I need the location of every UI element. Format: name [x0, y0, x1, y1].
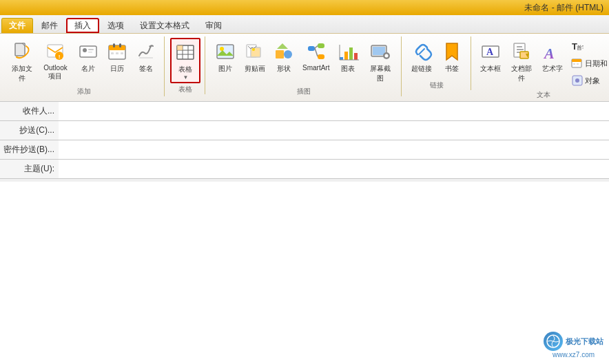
table-button[interactable]: 表格 ▼: [170, 38, 200, 83]
textbox-icon: A: [479, 41, 502, 63]
svg-rect-49: [517, 46, 522, 47]
tab-options[interactable]: 选项: [100, 18, 132, 33]
tab-insert-label: 插入: [74, 20, 91, 32]
field-label-subject[interactable]: 主题(U):: [0, 163, 59, 175]
screenshot-icon: [369, 41, 391, 63]
signature-button[interactable]: 签名: [132, 38, 160, 76]
firstline-button[interactable]: T 首字下: [568, 38, 609, 54]
outlook-item-button[interactable]: ! Outlook 项目: [37, 38, 73, 83]
group-table: 表格 ▼ 表格: [166, 36, 205, 94]
attach-file-label: 添加文件: [12, 64, 32, 83]
svg-point-62: [575, 78, 579, 83]
calendar-button[interactable]: 日历: [103, 38, 131, 76]
svg-rect-59: [573, 63, 575, 65]
wordart-button[interactable]: A 艺术字: [539, 38, 566, 76]
field-row-cc: 抄送(C)...: [0, 121, 609, 140]
svg-rect-60: [577, 63, 579, 65]
svg-marker-29: [277, 43, 288, 49]
docpart-button[interactable]: ▼ 文档部件: [506, 38, 537, 85]
docpart-label: 文档部件: [509, 64, 534, 83]
bookmark-icon: [441, 41, 463, 63]
wordart-icon: A: [541, 41, 564, 63]
svg-rect-31: [318, 43, 324, 48]
screenshot-button[interactable]: 屏幕截图: [363, 38, 396, 85]
textbox-button[interactable]: A 文本框: [477, 38, 504, 76]
group-illustration: 图片 剪贴画: [207, 36, 401, 96]
object-label: 对象: [585, 76, 600, 86]
hyperlink-button[interactable]: 超链接: [407, 38, 436, 76]
group-link: 超链接 书签 链接: [403, 36, 471, 90]
tab-format[interactable]: 设置文本格式: [132, 18, 197, 33]
business-card-label: 名片: [81, 64, 95, 74]
picture-button[interactable]: 图片: [211, 38, 239, 76]
group-illustration-label: 插图: [297, 85, 311, 96]
tab-options-label: 选项: [107, 20, 124, 32]
tab-mail[interactable]: 邮件: [34, 18, 65, 33]
tab-review-label: 审阅: [205, 20, 222, 32]
screenshot-label: 屏幕截图: [367, 64, 393, 83]
text-small-col: T 首字下 日期和: [568, 38, 609, 89]
chart-button[interactable]: 图表: [334, 38, 362, 76]
hyperlink-icon: [411, 41, 433, 63]
field-label-cc[interactable]: 抄送(C)...: [0, 125, 59, 136]
tab-review[interactable]: 审阅: [198, 18, 229, 33]
field-row-bcc: 密件抄送(B)...: [0, 140, 609, 160]
ribbon-container: 文件 邮件 插入 选项 设置文本格式 审阅: [0, 15, 609, 102]
tab-file[interactable]: 文件: [1, 18, 33, 33]
svg-text:!: !: [59, 54, 61, 60]
svg-rect-21: [177, 45, 183, 50]
table-dropdown-arrow: ▼: [183, 74, 189, 81]
shapes-button[interactable]: 形状: [270, 38, 298, 76]
field-row-subject: 主题(U):: [0, 160, 609, 179]
svg-rect-10: [113, 43, 115, 47]
tab-insert[interactable]: 插入: [66, 18, 99, 33]
illustration-buttons: 图片 剪贴画: [211, 38, 396, 85]
outlook-item-label: Outlook 项目: [41, 64, 70, 81]
field-label-bcc[interactable]: 密件抄送(B)...: [0, 144, 59, 156]
tab-file-label: 文件: [9, 20, 25, 32]
watermark: 极光下载站 www.xz7.com: [544, 332, 603, 358]
field-input-subject[interactable]: [59, 160, 609, 178]
svg-rect-12: [111, 52, 114, 54]
svg-rect-50: [517, 49, 524, 50]
text-buttons: A 文本框 ▼: [477, 38, 609, 89]
chart-label: 图表: [341, 64, 355, 74]
compose-body[interactable]: [0, 182, 609, 364]
field-input-to[interactable]: [59, 102, 609, 120]
field-input-cc[interactable]: [59, 121, 609, 140]
tab-format-label: 设置文本格式: [140, 20, 189, 32]
svg-rect-58: [572, 59, 581, 62]
svg-rect-4: [80, 46, 96, 57]
svg-rect-30: [308, 46, 315, 51]
window-title: 未命名 - 邮件 (HTML): [524, 2, 603, 14]
shapes-icon: [273, 41, 295, 63]
wordart-label: 艺术字: [542, 64, 563, 74]
watermark-icon: [544, 332, 563, 351]
date-button[interactable]: 日期和: [568, 55, 609, 72]
object-button[interactable]: 对象: [568, 72, 609, 89]
svg-rect-27: [276, 50, 284, 58]
signature-icon: [135, 41, 157, 63]
field-input-bcc[interactable]: [59, 140, 609, 159]
clipart-icon: [244, 41, 266, 63]
hyperlink-label: 超链接: [411, 64, 432, 74]
field-label-to[interactable]: 收件人...: [0, 105, 59, 117]
watermark-logo: 极光下载站: [544, 332, 603, 351]
svg-line-45: [419, 49, 424, 54]
bookmark-button[interactable]: 书签: [437, 38, 466, 76]
group-add: 添加文件 ! Outlook 项目: [4, 36, 165, 96]
table-icon: [174, 41, 196, 63]
svg-text:A: A: [543, 45, 555, 62]
smartart-label: SmartArt: [302, 64, 329, 72]
svg-rect-42: [373, 47, 385, 55]
shapes-label: 形状: [277, 64, 291, 74]
group-table-label: 表格: [178, 83, 192, 94]
smartart-button[interactable]: SmartArt: [300, 38, 333, 74]
clipart-button[interactable]: 剪贴画: [240, 38, 269, 76]
business-card-button[interactable]: 名片: [74, 38, 102, 76]
attach-file-button[interactable]: 添加文件: [8, 38, 36, 85]
date-icon: [571, 57, 584, 69]
svg-rect-25: [251, 47, 260, 57]
svg-point-23: [220, 47, 224, 51]
docpart-icon: ▼: [510, 41, 533, 63]
